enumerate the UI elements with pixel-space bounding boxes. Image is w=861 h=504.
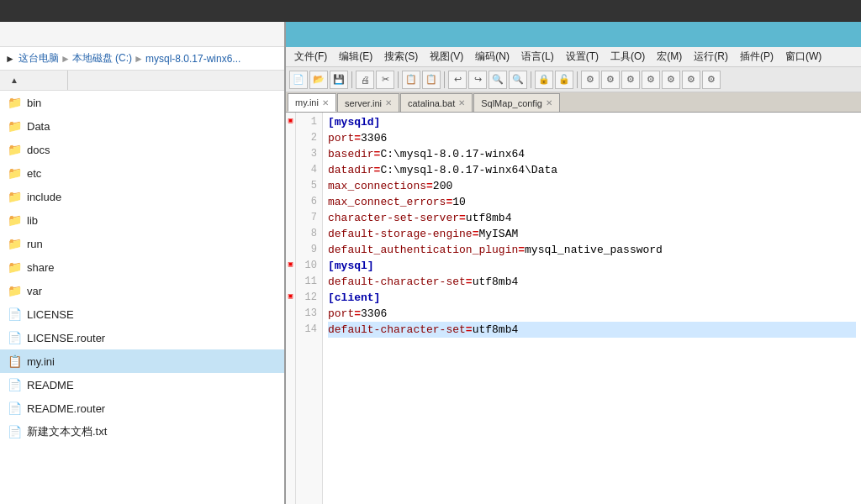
- toolbar-button[interactable]: ⚙: [581, 71, 600, 89]
- list-item[interactable]: 📁lib: [0, 208, 284, 232]
- code-line: datadir=C:\mysql-8.0.17-winx64\Data: [328, 162, 856, 178]
- fold-marker[interactable]: [286, 176, 295, 192]
- close-tab-button[interactable]: ✕: [546, 98, 552, 108]
- code-line: basedir=C:\mysql-8.0.17-winx64: [328, 146, 856, 162]
- line-number: 6: [296, 194, 322, 210]
- fold-marker[interactable]: [286, 304, 295, 320]
- file-icon: 📋: [7, 354, 22, 369]
- toolbar-button[interactable]: ↪: [468, 71, 487, 89]
- fold-marker[interactable]: ▣: [286, 256, 295, 272]
- toolbar-button[interactable]: ⚙: [642, 71, 660, 89]
- close-tab-button[interactable]: ✕: [458, 98, 465, 108]
- line-number: 10: [296, 258, 322, 274]
- line-number: 1: [296, 114, 322, 130]
- fold-marker[interactable]: [286, 144, 295, 160]
- menu-item[interactable]: 插件(P): [735, 48, 779, 66]
- fold-marker[interactable]: [286, 224, 295, 240]
- toolbar-button[interactable]: 📂: [309, 71, 328, 89]
- list-item[interactable]: 📁var: [0, 279, 284, 302]
- config-key: max_connections: [328, 180, 426, 192]
- filename: LICENSE: [27, 308, 74, 321]
- file-explorer: ► 这台电脑 ► 本地磁盘 (C:) ► mysql-8.0.17-winx6.…: [0, 22, 284, 504]
- close-tab-button[interactable]: ✕: [385, 98, 392, 108]
- toolbar-button[interactable]: ✂: [376, 71, 394, 89]
- config-val: utf8mb4: [473, 276, 519, 288]
- editor-tab[interactable]: server.ini✕: [337, 93, 399, 112]
- list-item[interactable]: 📁docs: [0, 138, 284, 161]
- code-line: port=3306: [328, 306, 856, 322]
- config-key: basedir: [328, 148, 374, 160]
- list-item[interactable]: 📄LICENSE: [0, 302, 284, 326]
- toolbar-button[interactable]: 🖨: [356, 71, 374, 89]
- fold-marker[interactable]: [286, 192, 295, 208]
- fold-marker[interactable]: ▣: [286, 288, 295, 304]
- filename: LICENSE.router: [27, 332, 105, 344]
- fold-marker[interactable]: [286, 272, 295, 288]
- fold-marker[interactable]: [286, 320, 295, 336]
- toolbar-button[interactable]: ⚙: [621, 71, 640, 89]
- list-item[interactable]: 📁etc: [0, 161, 284, 185]
- menu-item[interactable]: 搜索(S): [379, 48, 423, 66]
- toolbar-button[interactable]: 🔒: [535, 71, 553, 89]
- toolbar-button[interactable]: ⚙: [662, 71, 680, 89]
- breadcrumb-part-3[interactable]: mysql-8.0.17-winx6...: [145, 53, 240, 65]
- line-number: 12: [296, 290, 322, 306]
- fold-marker[interactable]: [286, 208, 295, 224]
- line-number: 14: [296, 322, 322, 338]
- toolbar-button[interactable]: ⚙: [682, 71, 700, 89]
- toolbar-button[interactable]: 📄: [289, 71, 308, 89]
- toolbar-button[interactable]: 🔍: [509, 71, 527, 89]
- filename: run: [27, 238, 43, 250]
- toolbar-button[interactable]: 🔍: [489, 71, 507, 89]
- sort-arrow: ▲: [10, 76, 18, 85]
- toolbar-button[interactable]: ⚙: [601, 71, 620, 89]
- menu-item[interactable]: 文件(F): [289, 48, 332, 66]
- list-item[interactable]: 📁share: [0, 255, 284, 279]
- menu-item[interactable]: 窗口(W): [780, 48, 827, 66]
- file-icon: 📄: [7, 401, 22, 416]
- toolbar-button[interactable]: 📋: [422, 71, 441, 89]
- breadcrumb-part-1[interactable]: 这台电脑: [18, 51, 59, 66]
- code-line: default-character-set=utf8mb4: [328, 274, 856, 290]
- list-item[interactable]: 📄README: [0, 373, 284, 396]
- menu-item[interactable]: 语言(L): [516, 48, 559, 66]
- section-header: [mysqld]: [328, 116, 380, 129]
- menu-item[interactable]: 编辑(E): [334, 48, 378, 66]
- list-item[interactable]: 📄LICENSE.router: [0, 326, 284, 349]
- code-area[interactable]: [mysqld]port=3306basedir=C:\mysql-8.0.17…: [323, 113, 861, 504]
- toolbar-button[interactable]: 🔓: [555, 71, 573, 89]
- editor-tab[interactable]: my.ini✕: [288, 93, 336, 112]
- list-item[interactable]: 📁run: [0, 232, 284, 255]
- list-item[interactable]: 📄README.router: [0, 396, 284, 420]
- fold-marker[interactable]: [286, 129, 295, 144]
- menu-item[interactable]: 编码(N): [470, 48, 515, 66]
- toolbar-button[interactable]: ↩: [448, 71, 467, 89]
- filename: docs: [27, 144, 50, 156]
- list-item[interactable]: 📁bin: [0, 91, 284, 114]
- window-titlebar: [0, 0, 861, 22]
- notepad-window: 文件(F)编辑(E)搜索(S)视图(V)编码(N)语言(L)设置(T)工具(O)…: [284, 22, 861, 504]
- menu-item[interactable]: 工具(O): [605, 48, 650, 66]
- breadcrumb-part-2[interactable]: 本地磁盘 (C:): [72, 51, 132, 66]
- list-item[interactable]: 📋my.ini: [0, 349, 284, 373]
- toolbar-button[interactable]: 💾: [330, 71, 348, 89]
- config-key: default-storage-engine: [328, 228, 473, 240]
- toolbar-button[interactable]: ⚙: [702, 71, 721, 89]
- close-tab-button[interactable]: ✕: [322, 98, 329, 108]
- fold-marker[interactable]: [286, 160, 295, 176]
- menu-item[interactable]: 宏(M): [652, 48, 687, 66]
- config-key: default_authentication_plugin: [328, 244, 518, 256]
- editor-tab[interactable]: catalina.bat✕: [400, 93, 473, 112]
- np-tabs: my.ini✕server.ini✕catalina.bat✕SqlMap_co…: [286, 92, 861, 113]
- list-item[interactable]: 📁Data: [0, 114, 284, 138]
- menu-item[interactable]: 运行(R): [689, 48, 733, 66]
- filename: share: [27, 261, 55, 274]
- menu-item[interactable]: 视图(V): [425, 48, 468, 66]
- fold-marker[interactable]: ▣: [286, 113, 295, 129]
- editor-tab[interactable]: SqlMap_config✕: [473, 93, 560, 112]
- list-item[interactable]: 📁include: [0, 185, 284, 208]
- list-item[interactable]: 📄新建文本文档.txt: [0, 420, 284, 444]
- toolbar-button[interactable]: 📋: [402, 71, 420, 89]
- menu-item[interactable]: 设置(T): [561, 48, 604, 66]
- fold-marker[interactable]: [286, 240, 295, 256]
